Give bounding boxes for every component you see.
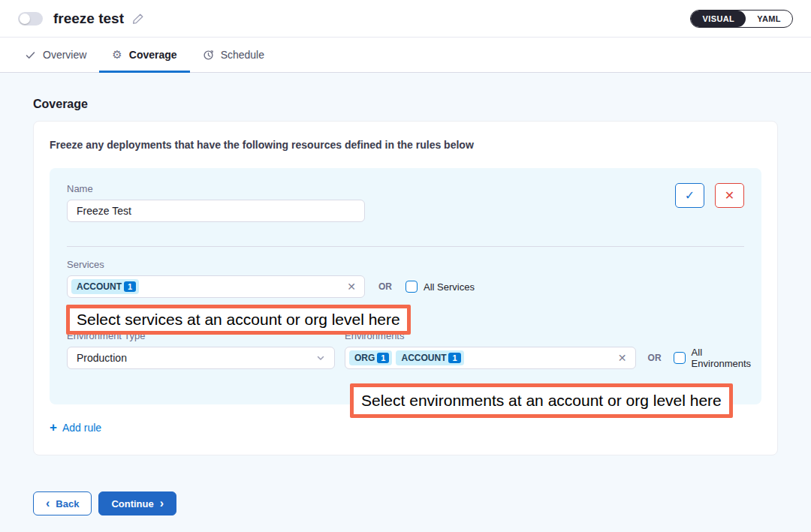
environments-input[interactable]: ORG 1 ACCOUNT 1 ✕ [345,347,636,369]
freeze-enabled-toggle[interactable] [18,12,43,26]
tag-label: ACCOUNT [77,281,122,292]
services-field: Services ACCOUNT 1 ✕ OR All Services [67,259,744,298]
rule-actions: ✓ ✕ [675,183,744,208]
name-label: Name [67,183,365,194]
page-title: freeze test [53,11,124,27]
annotation-services: Select services at an account or org lev… [66,305,411,335]
toggle-knob [20,14,30,24]
environment-tag-account[interactable]: ACCOUNT 1 [396,350,463,365]
tab-overview-label: Overview [43,49,86,61]
all-environments-label: All Environments [692,347,762,369]
plus-icon: + [50,421,57,434]
tag-count-badge: 1 [377,353,389,363]
tag-count-badge: 1 [448,353,460,363]
environment-type-select[interactable]: Production [67,347,335,369]
rule-divider [67,246,744,247]
tag-label: ACCOUNT [401,353,446,363]
continue-button[interactable]: Continue › [98,491,176,515]
service-tag-account[interactable]: ACCOUNT 1 [71,279,139,294]
chevron-down-icon [316,353,325,362]
continue-label: Continue [111,498,153,509]
rule-panel: Name ✓ ✕ Services ACCOUNT [50,168,761,404]
environment-tag-org[interactable]: ORG 1 [349,350,392,365]
delete-rule-button[interactable]: ✕ [715,183,744,208]
tab-overview[interactable]: Overview [12,38,99,72]
environment-type-field: Environment Type Production [67,330,335,369]
yaml-mode-button[interactable]: YAML [746,11,792,27]
section-title: Coverage [33,98,778,111]
check-icon: ✓ [685,188,695,203]
clear-environments-icon[interactable]: ✕ [618,352,627,364]
back-button[interactable]: ‹ Back [33,491,92,515]
apply-rule-button[interactable]: ✓ [675,183,704,208]
add-rule-label: Add rule [62,422,101,434]
card-intro: Freeze any deployments that have the fol… [50,139,761,151]
tab-schedule-label: Schedule [221,49,264,61]
annotation-environments: Select environments at an account or org… [350,383,733,418]
tag-count-badge: 1 [124,281,136,292]
environment-type-value: Production [77,352,127,364]
all-services-label: All Services [424,281,475,293]
name-field: Name [67,183,365,222]
visual-yaml-switch: VISUAL YAML [690,10,793,28]
visual-mode-button[interactable]: VISUAL [691,11,746,27]
back-label: Back [56,498,79,509]
pencil-icon [132,13,144,25]
environments-field: Environments ORG 1 ACCOUNT 1 [345,330,761,369]
tag-label: ORG [354,353,375,363]
rule-name-input[interactable] [67,200,365,222]
tab-schedule[interactable]: Schedule [190,38,277,72]
main-content: Coverage Freeze any deployments that hav… [0,73,811,515]
tab-bar: Overview ⚙ Coverage Schedule [0,38,811,73]
tab-coverage[interactable]: ⚙ Coverage [99,38,189,72]
freeze-studio-page: freeze test VISUAL YAML Overview ⚙ Cover… [0,0,811,532]
services-input[interactable]: ACCOUNT 1 ✕ [67,275,365,298]
services-label: Services [67,259,744,270]
environments-or-label: OR [648,353,662,363]
clear-services-icon[interactable]: ✕ [347,281,356,293]
tab-coverage-label: Coverage [129,49,177,61]
edit-name-icon[interactable] [132,13,144,25]
clock-icon [203,50,214,61]
gear-icon: ⚙ [112,50,122,61]
footer-actions: ‹ Back Continue › [33,491,778,515]
all-environments-checkbox[interactable] [674,352,686,364]
all-services-checkbox[interactable] [406,281,418,293]
chevron-right-icon: › [160,497,164,509]
close-icon: ✕ [725,188,734,203]
services-or-label: OR [378,281,392,292]
chevron-left-icon: ‹ [46,497,50,509]
header: freeze test VISUAL YAML [0,0,811,38]
check-icon [25,50,36,61]
add-rule-button[interactable]: + Add rule [50,421,101,434]
